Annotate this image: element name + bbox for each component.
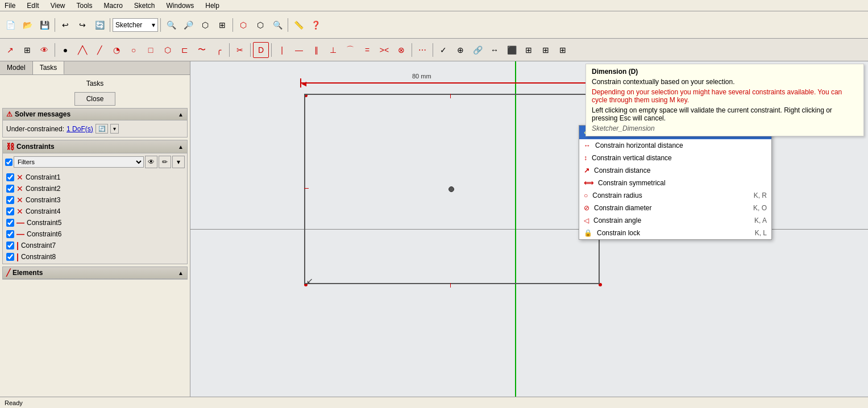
constrain-vertical-button[interactable]: |	[274, 42, 290, 58]
rect-button[interactable]: □	[143, 42, 159, 58]
dof-link[interactable]: 1 DoF(s)	[67, 125, 93, 133]
menu-sketch[interactable]: Sketch	[132, 2, 157, 10]
under-constrained-label: Under-constrained:	[6, 125, 64, 133]
sketcher-dropdown[interactable]: Sketcher ▾	[113, 18, 158, 32]
circle-button[interactable]: ○	[126, 42, 142, 58]
zoom-out-button[interactable]: 🔎	[180, 17, 196, 33]
point-button[interactable]: ●	[57, 42, 73, 58]
edit-constraints-button[interactable]: ✏	[159, 156, 171, 168]
sketcher-extra2[interactable]: ⊞	[555, 42, 571, 58]
dropdown-item-radius[interactable]: ○ Constrain radius K, R	[579, 189, 771, 202]
elements-collapse-icon[interactable]: ▲	[178, 270, 184, 276]
constraint4-checkbox[interactable]	[6, 207, 14, 215]
polyline-button[interactable]: ╱╲	[74, 42, 90, 58]
angle-icon: ◁	[584, 217, 589, 224]
menu-edit[interactable]: EdIt	[24, 2, 41, 10]
canvas-area[interactable]: ◄ ► 80 mm ↙ ↗ ⇔ Dimension D	[190, 61, 868, 397]
save-file-button[interactable]: 💾	[36, 17, 52, 33]
constraint6-label: Constraint6	[27, 230, 61, 238]
menu-file[interactable]: File	[2, 2, 18, 10]
constrain-tangent-button[interactable]: ⌒	[342, 42, 358, 58]
menu-windows[interactable]: Windows	[164, 2, 197, 10]
constrain-block-button[interactable]: ⊗	[393, 42, 409, 58]
sketcher-grid-button[interactable]: ⊞	[19, 42, 35, 58]
attach-sketch-button[interactable]: ↗	[2, 42, 18, 58]
dist-label: Constrain distance	[594, 166, 650, 174]
dropdown-item-diameter[interactable]: ⊘ Constrain diameter K, O	[579, 202, 771, 214]
fit-all-button[interactable]: ⊞	[214, 17, 230, 33]
constrain-perpendicular-button[interactable]: ⊥	[325, 42, 341, 58]
constraint1-checkbox[interactable]	[6, 173, 14, 181]
constraint8-checkbox[interactable]	[6, 253, 14, 261]
constraint-item-6: — Constraint6	[4, 228, 186, 240]
dropdown-item-dist[interactable]: ↗ Constrain distance	[579, 164, 771, 177]
filter-checkbox[interactable]	[5, 159, 13, 166]
solver-refresh-button[interactable]: 🔄	[95, 124, 108, 134]
solver-messages-header: ⚠ Solver messages ▲	[3, 109, 187, 120]
new-file-button[interactable]: 📄	[2, 17, 18, 33]
menu-view[interactable]: View	[48, 2, 68, 10]
dropdown-item-symm[interactable]: ⟺ Constrain symmetrical	[579, 177, 771, 189]
solver-collapse-icon[interactable]: ▲	[178, 111, 184, 118]
sketcher-merge-button[interactable]: ⊕	[452, 42, 468, 58]
sep3	[160, 18, 161, 32]
line-button[interactable]: ╱	[92, 42, 107, 58]
sep5	[288, 18, 288, 32]
help-button[interactable]: ❓	[308, 17, 323, 33]
dropdown-item-v-dist[interactable]: ↕ Constrain vertical distance	[579, 152, 771, 164]
sketcher-constraints-btn[interactable]: ⊞	[521, 42, 537, 58]
view3d-2-button[interactable]: ⬡	[252, 17, 268, 33]
sketcher-validate-button[interactable]: ✓	[435, 42, 451, 58]
dropdown-item-h-dist[interactable]: ↔ Constrain horizontal distance	[579, 139, 771, 152]
close-button[interactable]: Close	[74, 92, 116, 106]
constraint6-checkbox[interactable]	[6, 230, 14, 238]
constraint2-checkbox[interactable]	[6, 185, 14, 193]
standard-views-button[interactable]: ⬡	[197, 17, 213, 33]
constraints-section: ⛓ Constraints ▲ Filters 👁 ✏ ▾ ✕	[2, 140, 188, 264]
view3d-button[interactable]: ⬡	[235, 17, 251, 33]
more-constraints-button[interactable]: ⋯	[414, 42, 430, 58]
constraint5-checkbox[interactable]	[6, 219, 14, 227]
view-sketch-button[interactable]: 👁	[36, 42, 52, 58]
constraint4-icon: ✕	[16, 207, 23, 216]
menu-macro[interactable]: Macro	[102, 2, 125, 10]
sketcher-extra1[interactable]: ⊞	[538, 42, 554, 58]
arc-button[interactable]: ◔	[109, 42, 124, 58]
constrain-horizontal-button[interactable]: —	[291, 42, 307, 58]
constraints-collapse-icon[interactable]: ▲	[178, 144, 184, 150]
filter-select[interactable]: Filters	[14, 156, 144, 168]
convert-geometry-button[interactable]: ↔	[487, 42, 502, 58]
constrain-equal-button[interactable]: =	[359, 42, 375, 58]
constraint7-checkbox[interactable]	[6, 242, 14, 249]
solver-dropdown-button[interactable]: ▾	[110, 124, 119, 134]
tab-model[interactable]: Model	[0, 61, 33, 74]
dropdown-item-lock[interactable]: 🔒 Constrain lock K, L	[579, 227, 771, 239]
create-body-button[interactable]: ⬛	[504, 42, 520, 58]
bspline-button[interactable]: 〜	[194, 42, 210, 58]
slot-button[interactable]: ⊏	[177, 42, 193, 58]
menu-help[interactable]: Help	[203, 2, 222, 10]
dim-h-line	[300, 82, 599, 84]
tab-tasks[interactable]: Tasks	[33, 61, 65, 74]
polygon-button[interactable]: ⬡	[160, 42, 176, 58]
fillet-button[interactable]: ╭	[211, 42, 227, 58]
dropdown-item-angle[interactable]: ◁ Constrain angle K, A	[579, 214, 771, 227]
dimension-btn-active[interactable]: D	[253, 42, 269, 58]
elements-header: ╱ Elements ▲	[3, 267, 187, 279]
zoom-fit-button[interactable]: 🔍	[269, 17, 285, 33]
refresh-button[interactable]: 🔄	[92, 17, 107, 33]
sep7	[229, 43, 230, 57]
attach-external-button[interactable]: 🔗	[470, 42, 485, 58]
open-file-button[interactable]: 📂	[19, 17, 35, 33]
constraint3-checkbox[interactable]	[6, 196, 14, 204]
trim-button[interactable]: ✂	[232, 42, 248, 58]
undo-button[interactable]: ↩	[57, 17, 73, 33]
constrain-symmetric-button[interactable]: ><	[376, 42, 392, 58]
zoom-in-button[interactable]: 🔍	[163, 17, 179, 33]
constraints-dropdown-button[interactable]: ▾	[172, 156, 185, 168]
show-hide-constraints-button[interactable]: 👁	[145, 156, 157, 168]
redo-button[interactable]: ↪	[74, 17, 90, 33]
constrain-parallel-button[interactable]: ∥	[308, 42, 324, 58]
measure-button[interactable]: 📏	[290, 17, 306, 33]
menu-tools[interactable]: Tools	[74, 2, 95, 10]
